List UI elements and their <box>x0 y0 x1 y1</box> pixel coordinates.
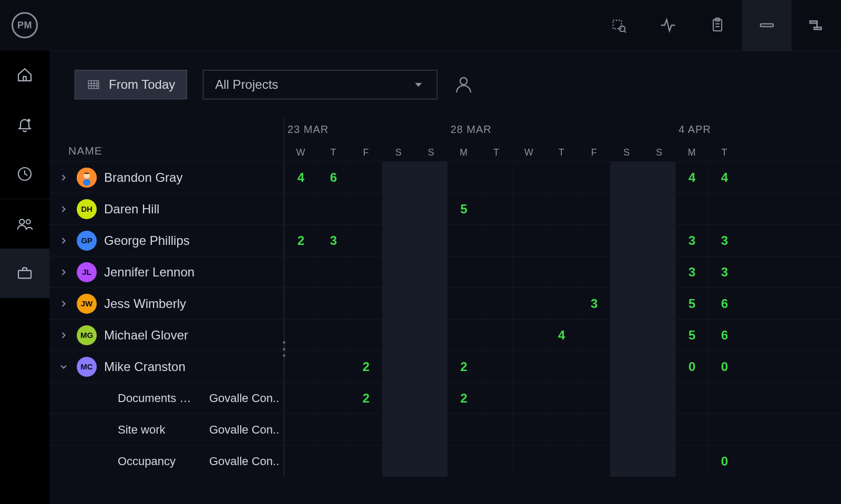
workload-cell[interactable] <box>284 414 317 445</box>
workload-cell[interactable] <box>350 446 382 477</box>
workload-cell[interactable] <box>382 256 415 287</box>
workload-cell[interactable] <box>512 383 545 414</box>
workload-cell[interactable] <box>545 193 578 224</box>
workload-cell[interactable] <box>512 256 545 287</box>
workload-cell[interactable]: 2 <box>447 351 480 382</box>
workload-cell[interactable] <box>480 414 512 445</box>
workload-cell[interactable] <box>708 193 741 224</box>
workload-cell[interactable] <box>447 414 480 445</box>
workload-cell[interactable] <box>350 256 382 287</box>
workload-cell[interactable] <box>480 351 512 382</box>
workload-cell[interactable] <box>643 193 675 224</box>
workload-cell[interactable] <box>480 288 512 319</box>
workload-cell[interactable]: 0 <box>675 351 708 382</box>
briefcase-icon[interactable] <box>0 249 49 298</box>
workload-cell[interactable] <box>675 383 708 414</box>
workload-cell[interactable]: 4 <box>675 162 708 193</box>
workload-cell[interactable] <box>350 162 382 193</box>
workload-cell[interactable] <box>382 446 415 477</box>
chevron-down-icon[interactable] <box>58 361 69 373</box>
person-filter-button[interactable] <box>453 70 474 99</box>
workload-cell[interactable] <box>512 351 545 382</box>
workload-cell[interactable] <box>415 162 447 193</box>
workload-cell[interactable]: 5 <box>675 288 708 319</box>
workload-cell[interactable] <box>512 162 545 193</box>
workload-cell[interactable] <box>610 351 643 382</box>
clock-icon[interactable] <box>0 149 49 199</box>
workload-cell[interactable] <box>480 162 512 193</box>
workload-cell[interactable] <box>317 414 350 445</box>
home-icon[interactable] <box>0 50 49 100</box>
workload-cell[interactable] <box>545 446 578 477</box>
workload-cell[interactable] <box>382 225 415 256</box>
workload-cell[interactable] <box>578 414 610 445</box>
workload-cell[interactable] <box>480 193 512 224</box>
workload-cell[interactable]: 2 <box>447 383 480 414</box>
workload-cell[interactable] <box>284 193 317 224</box>
workload-cell[interactable] <box>350 225 382 256</box>
workload-cell[interactable] <box>382 383 415 414</box>
workload-cell[interactable]: 0 <box>708 351 741 382</box>
workload-cell[interactable] <box>284 256 317 287</box>
workload-cell[interactable] <box>415 320 447 351</box>
workload-cell[interactable] <box>512 193 545 224</box>
workload-cell[interactable] <box>610 414 643 445</box>
workload-cell[interactable] <box>284 351 317 382</box>
workload-cell[interactable] <box>284 288 317 319</box>
workload-cell[interactable] <box>382 162 415 193</box>
workload-cell[interactable] <box>610 320 643 351</box>
workload-cell[interactable] <box>382 288 415 319</box>
chevron-right-icon[interactable] <box>58 330 69 341</box>
workload-cell[interactable] <box>382 414 415 445</box>
workload-cell[interactable]: 3 <box>578 288 610 319</box>
workload-cell[interactable] <box>480 256 512 287</box>
workload-cell[interactable] <box>578 446 610 477</box>
workload-cell[interactable]: 5 <box>447 193 480 224</box>
team-icon[interactable] <box>0 199 49 249</box>
workload-cell[interactable]: 0 <box>708 446 741 477</box>
workload-cell[interactable] <box>578 320 610 351</box>
workload-cell[interactable] <box>317 351 350 382</box>
workload-cell[interactable]: 4 <box>284 162 317 193</box>
workload-cell[interactable] <box>480 320 512 351</box>
workload-cell[interactable] <box>675 446 708 477</box>
workload-cell[interactable] <box>382 320 415 351</box>
workload-cell[interactable] <box>350 414 382 445</box>
chevron-right-icon[interactable] <box>58 172 69 183</box>
workload-cell[interactable]: 3 <box>317 225 350 256</box>
overview-icon[interactable] <box>594 0 643 50</box>
workload-cell[interactable] <box>480 383 512 414</box>
workload-cell[interactable] <box>447 320 480 351</box>
workload-cell[interactable] <box>545 162 578 193</box>
workload-cell[interactable] <box>480 446 512 477</box>
column-resize-handle[interactable] <box>283 341 286 357</box>
workload-cell[interactable] <box>545 351 578 382</box>
workload-cell[interactable] <box>447 162 480 193</box>
workload-cell[interactable] <box>578 225 610 256</box>
workload-cell[interactable] <box>415 414 447 445</box>
workload-view-icon[interactable] <box>742 0 792 50</box>
workload-cell[interactable] <box>512 320 545 351</box>
workload-cell[interactable] <box>643 414 675 445</box>
activity-icon[interactable] <box>643 0 693 50</box>
workload-cell[interactable] <box>545 256 578 287</box>
workload-cell[interactable] <box>610 193 643 224</box>
workload-cell[interactable]: 6 <box>317 162 350 193</box>
workload-cell[interactable] <box>447 256 480 287</box>
clipboard-icon[interactable] <box>693 0 742 50</box>
workload-cell[interactable] <box>447 225 480 256</box>
workload-cell[interactable] <box>545 288 578 319</box>
chevron-right-icon[interactable] <box>58 203 69 215</box>
workload-cell[interactable] <box>284 383 317 414</box>
workload-cell[interactable] <box>643 320 675 351</box>
workload-cell[interactable] <box>708 414 741 445</box>
workload-cell[interactable] <box>447 446 480 477</box>
workload-cell[interactable] <box>284 320 317 351</box>
workload-cell[interactable]: 3 <box>708 225 741 256</box>
workload-cell[interactable] <box>480 225 512 256</box>
workload-cell[interactable] <box>610 288 643 319</box>
from-today-button[interactable]: From Today <box>75 70 187 99</box>
workload-cell[interactable] <box>512 414 545 445</box>
workload-cell[interactable] <box>643 288 675 319</box>
workload-cell[interactable] <box>610 383 643 414</box>
